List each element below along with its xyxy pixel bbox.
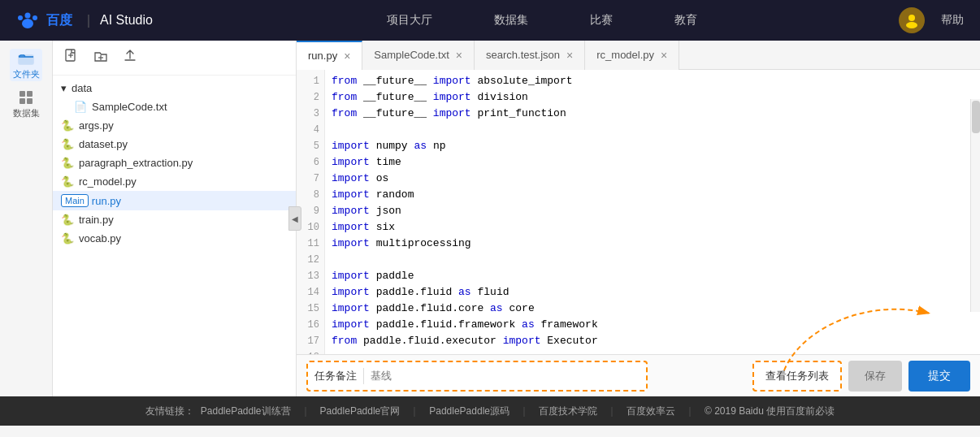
avatar[interactable] (899, 7, 925, 33)
header: 百度 ｜ AI Studio 项目大厅 数据集 比赛 教育 帮助 (0, 0, 980, 41)
files-label: 文件夹 (13, 68, 40, 80)
folder-data[interactable]: ▾ data (53, 79, 296, 97)
list-item[interactable]: 🐍 paragraph_extraction.py (53, 154, 296, 172)
tab-close-runpy[interactable]: × (344, 50, 350, 62)
list-item[interactable]: 🐍 rc_model.py (53, 172, 296, 191)
logo-separator: ｜ (82, 12, 95, 29)
footer-copyright: © 2019 Baidu 使用百度前必读 (705, 405, 835, 418)
file-name: dataset.py (79, 138, 128, 150)
list-item-runpy[interactable]: Main run.py (53, 191, 296, 210)
code-editor[interactable]: 1234 5678 9101112 13141516 17181920 2122… (297, 70, 980, 354)
file-tree: ▾ data 📄 SampleCode.txt 🐍 args.py 🐍 data… (53, 76, 296, 396)
footer-sep-2: ｜ (410, 405, 419, 418)
svg-point-5 (906, 22, 917, 28)
bottom-section: 任务备注 查看任务列表 保存 提交 (297, 354, 980, 396)
baseline-input[interactable] (371, 370, 640, 382)
file-py-icon: 🐍 (61, 214, 74, 226)
new-folder-button[interactable] (90, 47, 111, 68)
footer-sep-5: ｜ (685, 405, 695, 418)
footer-sep-3: ｜ (519, 405, 529, 418)
tab-searchtestjson[interactable]: search.test.json × (475, 41, 585, 70)
bottom-bar: 任务备注 查看任务列表 保存 提交 (297, 354, 980, 396)
sidebar: 文件夹 数据集 (0, 41, 53, 396)
file-toolbar (53, 41, 296, 76)
file-txt-icon: 📄 (74, 101, 87, 113)
tab-label: rc_model.py (596, 49, 654, 61)
svg-rect-9 (20, 98, 25, 104)
footer-link-source[interactable]: PaddlePaddle源码 (429, 405, 510, 418)
scrollbar[interactable] (970, 99, 980, 312)
svg-rect-7 (20, 91, 25, 97)
help-link[interactable]: 帮助 (941, 13, 964, 28)
aistudio-text: AI Studio (100, 13, 153, 28)
tab-samplecode[interactable]: SampleCode.txt × (362, 41, 475, 70)
tab-label: SampleCode.txt (374, 49, 449, 61)
save-button[interactable]: 保存 (848, 361, 902, 392)
sidebar-item-datasets[interactable]: 数据集 (10, 88, 42, 120)
svg-rect-8 (27, 91, 33, 97)
footer-prefix: 友情链接： (145, 405, 194, 418)
tab-runpy[interactable]: run.py × (297, 41, 362, 70)
chevron-down-icon: ▾ (61, 82, 67, 94)
upload-button[interactable] (119, 47, 141, 68)
svg-rect-10 (27, 98, 33, 104)
svg-point-0 (18, 15, 23, 20)
svg-point-3 (22, 19, 33, 28)
file-py-icon: 🐍 (61, 175, 74, 188)
file-py-icon: 🐍 (61, 119, 74, 132)
footer-link-cloud[interactable]: 百度效率云 (627, 405, 675, 418)
file-name: paragraph_extraction.py (79, 157, 193, 169)
svg-point-1 (25, 13, 31, 19)
file-name: args.py (79, 119, 114, 132)
new-file-button[interactable] (61, 47, 82, 68)
main-nav: 项目大厅 数据集 比赛 教育 (185, 10, 899, 31)
file-py-icon: 🐍 (61, 138, 74, 150)
list-item[interactable]: 🐍 dataset.py (53, 135, 296, 154)
list-item[interactable]: 📄 SampleCode.txt (66, 97, 296, 116)
tab-close-searchtestjson[interactable]: × (566, 50, 573, 61)
file-py-icon: 🐍 (61, 157, 74, 169)
footer-link-official[interactable]: PaddlePaddle官网 (320, 405, 401, 418)
svg-point-2 (33, 15, 37, 20)
view-task-button[interactable]: 查看任务列表 (752, 361, 842, 392)
footer-link-academy[interactable]: 百度技术学院 (539, 405, 597, 418)
nav-datasets[interactable]: 数据集 (488, 10, 535, 31)
footer-link-training[interactable]: PaddlePaddle训练营 (201, 405, 291, 418)
submit-button[interactable]: 提交 (908, 361, 970, 392)
list-item[interactable]: 🐍 train.py (53, 210, 296, 229)
nav-competition[interactable]: 比赛 (583, 10, 619, 31)
list-item[interactable]: 🐍 vocab.py (53, 229, 296, 248)
folder-icon (18, 50, 34, 67)
main-container: 文件夹 数据集 (0, 41, 980, 396)
logo: 百度 ｜ AI Studio (16, 11, 153, 29)
footer-sep-4: ｜ (607, 405, 617, 418)
sidebar-item-files[interactable]: 文件夹 (10, 49, 42, 81)
svg-point-4 (908, 15, 915, 21)
tab-close-samplecode[interactable]: × (456, 50, 462, 61)
collapse-sidebar-button[interactable]: ◀ (288, 206, 301, 231)
editor-container: ◀ run.py × SampleCode.txt × search.test.… (297, 41, 980, 396)
header-right: 帮助 (899, 7, 964, 33)
file-name: rc_model.py (79, 175, 137, 188)
tab-close-rcmodel[interactable]: × (661, 50, 667, 61)
datasets-label: 数据集 (13, 107, 40, 119)
code-lines: from __future__ import absolute_import f… (325, 70, 980, 354)
nav-projects[interactable]: 项目大厅 (380, 10, 439, 31)
tabs-bar: run.py × SampleCode.txt × search.test.js… (297, 41, 980, 70)
file-name: train.py (79, 214, 114, 226)
file-name: vocab.py (79, 232, 121, 244)
tab-label: search.test.json (486, 49, 560, 61)
code-content: 1234 5678 9101112 13141516 17181920 2122… (297, 70, 980, 354)
baidu-text: 百度 (46, 13, 72, 27)
file-py-icon: 🐍 (61, 232, 74, 244)
task-input-group: 任务备注 (306, 361, 648, 392)
task-label: 任务备注 (314, 369, 357, 383)
file-name-active: run.py (92, 195, 121, 207)
list-item[interactable]: 🐍 args.py (53, 116, 296, 135)
grid-icon (18, 89, 34, 106)
nav-education[interactable]: 教育 (668, 10, 704, 31)
tab-rcmodel[interactable]: rc_model.py × (585, 41, 679, 70)
file-panel: ▾ data 📄 SampleCode.txt 🐍 args.py 🐍 data… (53, 41, 297, 396)
main-tag: Main (61, 194, 89, 207)
folder-name: data (72, 82, 92, 94)
